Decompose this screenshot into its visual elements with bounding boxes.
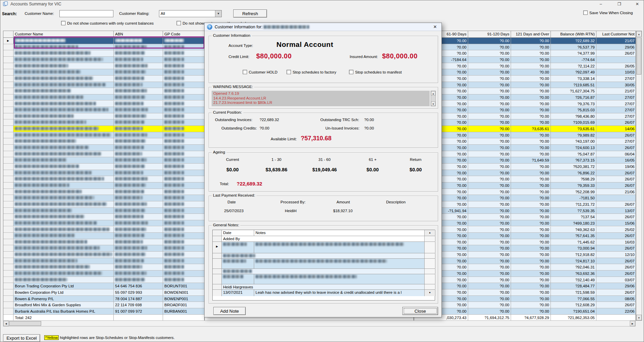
row-selector[interactable]: [3, 176, 14, 182]
table-row[interactable]: ?0.00?0.00?0.00?190,651.0422/06: [414, 308, 636, 315]
close-button[interactable]: Close: [402, 307, 438, 315]
table-row[interactable]: [3, 57, 204, 63]
table-cell[interactable]: ?0.00: [511, 138, 551, 145]
table-cell[interactable]: 21/07: [596, 38, 636, 44]
filter-zero-checkbox-box[interactable]: [177, 21, 181, 25]
row-selector[interactable]: [3, 302, 14, 308]
table-cell[interactable]: [114, 151, 163, 158]
table-cell[interactable]: [163, 126, 204, 132]
table-cell[interactable]: ?0.00: [511, 264, 551, 270]
table-cell[interactable]: ?0.00: [468, 94, 511, 101]
table-cell[interactable]: 22/06: [596, 308, 636, 315]
table-cell[interactable]: 26/07: [596, 182, 636, 189]
table-row[interactable]: ?0.00?0.00?1,649.59?67,373.1516/05: [414, 157, 636, 164]
table-cell[interactable]: [14, 126, 114, 132]
table-row[interactable]: [3, 63, 204, 69]
table-row[interactable]: ?0.00?0.00?0.00?1,627,304.7521/07: [414, 88, 636, 94]
table-cell[interactable]: ?0.00: [468, 145, 511, 151]
table-cell[interactable]: ?5,047.87: [551, 151, 596, 158]
table-row[interactable]: [3, 164, 204, 170]
table-cell[interactable]: ?0.00: [468, 233, 511, 239]
table-cell[interactable]: 21/06: [596, 189, 636, 195]
table-cell[interactable]: [14, 201, 114, 208]
table-cell[interactable]: [163, 239, 204, 246]
table-cell[interactable]: [163, 258, 204, 264]
table-row[interactable]: [3, 227, 204, 233]
table-cell[interactable]: ?0.00: [511, 233, 551, 239]
table-cell[interactable]: 27/07: [596, 76, 636, 82]
table-cell[interactable]: [114, 126, 163, 132]
table-cell[interactable]: [14, 277, 114, 283]
table-row[interactable]: [3, 126, 204, 132]
table-cell[interactable]: Bowen & Pomeroy P/L: [14, 296, 114, 302]
table-cell[interactable]: [114, 63, 163, 69]
table-cell[interactable]: ?43,197.00: [551, 138, 596, 145]
table-cell[interactable]: [114, 189, 163, 195]
table-cell[interactable]: [114, 82, 163, 88]
row-selector[interactable]: [3, 220, 14, 227]
table-row[interactable]: [3, 208, 204, 214]
table-cell[interactable]: [163, 195, 204, 201]
table-cell[interactable]: [14, 94, 114, 101]
scroll-up-icon[interactable]: ▲: [636, 31, 642, 37]
table-cell[interactable]: ?0.00: [468, 208, 511, 214]
stop-manifest-checkbox[interactable]: Stop schedules to manifest: [349, 70, 402, 74]
table-row[interactable]: ?0.00?0.00?0.00?12,608.2926/07: [414, 302, 636, 308]
table-cell[interactable]: 10/03: [596, 69, 636, 76]
table-cell[interactable]: ?0.00: [468, 245, 511, 252]
table-row[interactable]: [3, 69, 204, 76]
table-cell[interactable]: Bowden Corporation Pty Ltd: [14, 289, 114, 296]
table-cell[interactable]: BOWENP001: [163, 296, 204, 302]
table-cell[interactable]: [114, 258, 163, 264]
table-cell[interactable]: 26/07: [596, 258, 636, 264]
table-row[interactable]: -?1,941.94?0.00?0.00?7,539.3513/07: [414, 208, 636, 214]
table-cell[interactable]: ?0.00: [468, 113, 511, 120]
table-cell[interactable]: ?7,066.55: [551, 296, 596, 302]
table-cell[interactable]: [14, 227, 114, 233]
table-cell[interactable]: ?3,338.14: [551, 76, 596, 82]
table-cell[interactable]: [14, 258, 114, 264]
table-cell[interactable]: 26/07: [596, 132, 636, 139]
table-row[interactable]: ?0.00?0.00?0.00?7,066.5508/05: [414, 296, 636, 302]
table-row[interactable]: ?0.00?0.00?0.00?119,685.5130/05: [414, 82, 636, 88]
table-cell[interactable]: ?0.00: [511, 252, 551, 258]
table-cell[interactable]: 14/06: [596, 126, 636, 132]
table-cell[interactable]: ?0.00: [468, 151, 511, 158]
filter-current-checkbox-box[interactable]: [61, 21, 65, 25]
table-cell[interactable]: ?98,436.80: [551, 113, 596, 120]
table-row[interactable]: [3, 220, 204, 227]
table-cell[interactable]: [163, 176, 204, 182]
table-cell[interactable]: 19/06: [596, 164, 636, 170]
table-cell[interactable]: ?499,180.23: [551, 220, 596, 227]
table-cell[interactable]: ?0.00: [468, 182, 511, 189]
column-header[interactable]: Last Customer Not: [596, 31, 636, 38]
table-row[interactable]: [3, 157, 204, 164]
table-cell[interactable]: [14, 63, 114, 69]
table-row[interactable]: [3, 50, 204, 57]
customer-hold-box[interactable]: [243, 70, 247, 74]
table-cell[interactable]: ?0.00: [511, 201, 551, 208]
table-cell[interactable]: ?0.00: [468, 283, 511, 289]
table-cell[interactable]: [14, 252, 114, 258]
table-cell[interactable]: 26/07: [596, 176, 636, 182]
table-cell[interactable]: [163, 182, 204, 189]
table-row[interactable]: ?0.00?0.00?0.00?2,114.2226/05: [414, 63, 636, 69]
table-row[interactable]: Bowden Corporation Pty Ltd55 097 029 993…: [3, 289, 204, 296]
row-selector[interactable]: [3, 119, 14, 126]
scroll-up-icon[interactable]: ▲: [431, 91, 435, 95]
row-selector[interactable]: [3, 44, 14, 51]
table-cell[interactable]: BOWDEN001: [163, 289, 204, 296]
table-cell[interactable]: [163, 107, 204, 113]
table-cell[interactable]: ?0.00: [468, 119, 511, 126]
table-row[interactable]: [3, 214, 204, 220]
table-cell[interactable]: 26/07: [596, 50, 636, 57]
table-cell[interactable]: ?0.00: [468, 227, 511, 233]
table-cell[interactable]: ?190,651.04: [551, 308, 596, 315]
table-cell[interactable]: ?9,989.82: [551, 132, 596, 139]
scroll-down-icon[interactable]: ▼: [425, 290, 435, 296]
table-row[interactable]: [3, 76, 204, 82]
table-row[interactable]: [3, 94, 204, 101]
table-cell[interactable]: ?0.00: [468, 252, 511, 258]
table-row[interactable]: ?0.00?0.00?0.00?52,208.9921/06: [414, 189, 636, 195]
table-cell[interactable]: [114, 182, 163, 189]
